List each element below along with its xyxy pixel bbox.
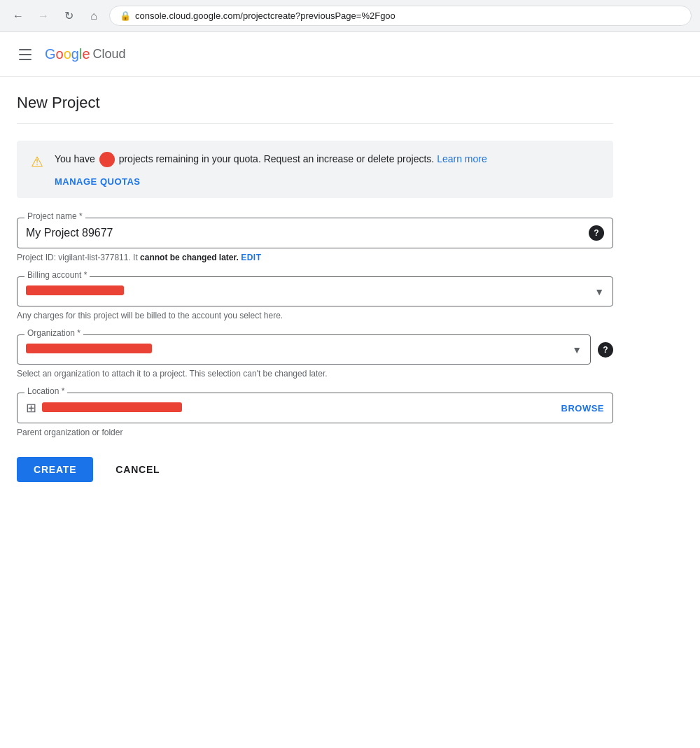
project-name-label: Project name * <box>24 211 85 221</box>
organization-dropdown[interactable]: ▼ <box>18 335 590 364</box>
manage-quotas-link[interactable]: MANAGE QUOTAS <box>55 176 141 187</box>
title-divider <box>17 123 613 124</box>
cloud-wordmark: Cloud <box>93 47 126 62</box>
google-wordmark: Google <box>45 46 90 62</box>
create-button[interactable]: CREATE <box>17 457 93 482</box>
cancel-button[interactable]: CANCEL <box>99 457 176 482</box>
organization-label: Organization * <box>24 328 83 338</box>
page-content: New Project ⚠ You have projects remainin… <box>0 77 630 499</box>
reload-button[interactable]: ↻ <box>59 6 78 26</box>
billing-account-dropdown[interactable]: ▼ <box>18 277 612 306</box>
project-name-field-wrapper: Project name * ? <box>17 218 613 248</box>
browser-chrome: ← → ↻ ⌂ 🔒 console.cloud.google.com/proje… <box>0 0 700 32</box>
url-text: console.cloud.google.com/projectcreate?p… <box>135 10 396 21</box>
hamburger-icon <box>19 49 31 60</box>
address-bar[interactable]: 🔒 console.cloud.google.com/projectcreate… <box>109 6 692 26</box>
location-inner: ⊞ BROWSE <box>18 393 612 423</box>
organization-field-wrapper: Organization * ▼ <box>17 334 591 365</box>
organization-help-icon[interactable]: ? <box>598 342 613 358</box>
home-button[interactable]: ⌂ <box>84 6 104 26</box>
billing-account-field-wrapper: Billing account * ▼ <box>17 276 613 306</box>
organization-section: Organization * ▼ ? Select an organizatio… <box>17 334 613 379</box>
lock-icon: 🔒 <box>120 10 131 21</box>
project-name-row: ? <box>26 224 604 242</box>
location-section: Location * ⊞ BROWSE Parent organization … <box>17 393 613 437</box>
back-button[interactable]: ← <box>8 6 28 26</box>
project-name-help-icon[interactable]: ? <box>589 225 604 241</box>
browse-button[interactable]: BROWSE <box>561 403 605 414</box>
organization-arrow-icon: ▼ <box>572 344 582 355</box>
project-id-hint: Project ID: vigilant-list-377811. It can… <box>17 253 613 262</box>
location-label: Location * <box>24 386 67 396</box>
location-value <box>42 402 561 414</box>
organization-value <box>26 344 566 355</box>
billing-account-redacted <box>26 285 124 295</box>
organization-redacted <box>26 344 152 353</box>
page-title: New Project <box>17 94 613 112</box>
warning-icon: ⚠ <box>31 153 43 170</box>
google-cloud-logo: Google Cloud <box>45 46 126 62</box>
project-name-input[interactable] <box>26 224 583 242</box>
organization-row: Organization * ▼ ? <box>17 334 613 365</box>
menu-button[interactable] <box>11 41 39 69</box>
warning-content: You have projects remaining in your quot… <box>55 152 599 187</box>
project-name-section: Project name * ? Project ID: vigilant-li… <box>17 218 613 262</box>
location-hint: Parent organization or folder <box>17 428 613 437</box>
location-grid-icon: ⊞ <box>26 400 36 416</box>
warning-text: You have projects remaining in your quot… <box>55 152 599 167</box>
billing-account-hint: Any charges for this project will be bil… <box>17 311 613 320</box>
forward-button[interactable]: → <box>34 6 53 26</box>
quota-count-redacted <box>99 152 115 167</box>
billing-account-section: Billing account * ▼ Any charges for this… <box>17 276 613 320</box>
learn-more-link[interactable]: Learn more <box>437 153 487 164</box>
action-row: CREATE CANCEL <box>17 457 613 482</box>
billing-account-arrow-icon: ▼ <box>594 286 604 297</box>
organization-hint: Select an organization to attach it to a… <box>17 369 613 379</box>
location-redacted <box>42 402 182 412</box>
location-field-wrapper: Location * ⊞ BROWSE <box>17 393 613 423</box>
billing-account-label: Billing account * <box>24 270 90 280</box>
warning-banner: ⚠ You have projects remaining in your qu… <box>17 141 613 198</box>
app-header: Google Cloud <box>0 32 700 77</box>
edit-project-id-link[interactable]: EDIT <box>241 253 261 262</box>
billing-account-value <box>26 285 589 297</box>
